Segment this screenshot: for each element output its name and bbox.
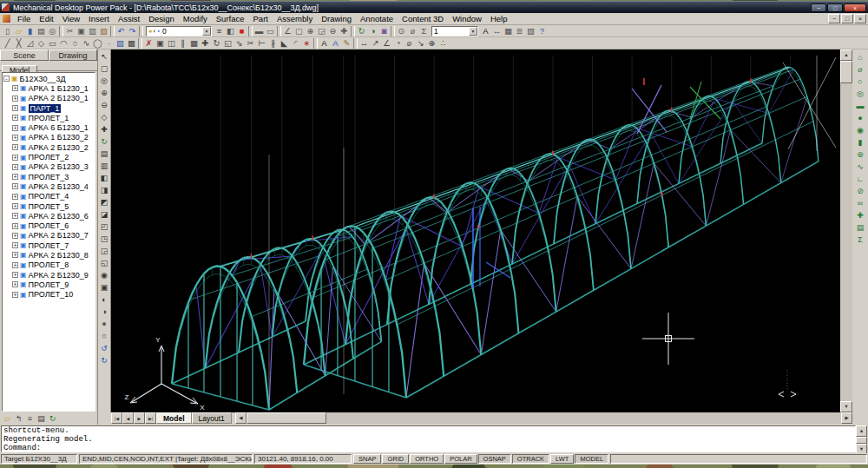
tree-item[interactable]: + ▣ ПРОЛЕТ_7 — [12, 241, 95, 250]
array-icon[interactable]: ▦ — [188, 37, 200, 49]
screw-library-icon[interactable]: ⌀ — [855, 63, 866, 76]
status-toggle[interactable]: OTRACK — [512, 454, 549, 464]
tree-expander[interactable]: - — [3, 76, 10, 82]
content-home-icon[interactable]: ⌂ — [855, 51, 866, 63]
view-top-icon[interactable]: ▤ — [99, 148, 110, 160]
fastener-calc-icon[interactable]: ✚ — [855, 209, 866, 221]
tree-expander[interactable]: + — [12, 252, 18, 258]
shaft-generator-icon[interactable]: ▮ — [855, 136, 866, 148]
polygon-icon[interactable]: ◇ — [36, 37, 47, 49]
separator[interactable] — [351, 26, 355, 36]
menu-item[interactable]: Insert — [84, 14, 114, 23]
scrollbar-thumb[interactable] — [840, 61, 852, 83]
tree-expander[interactable]: + — [12, 144, 18, 150]
tree-item[interactable]: + ▣ АРКА 2 Б1230_1 — [12, 94, 95, 103]
redraw-icon[interactable]: ↺ — [99, 342, 110, 354]
washer-library-icon[interactable]: ◎ — [855, 88, 866, 100]
menu-item[interactable]: Annotate — [356, 14, 398, 23]
scrollbar-thumb[interactable] — [856, 437, 867, 444]
dim-radius-icon[interactable]: ◔ — [392, 37, 404, 49]
horizontal-scrollbar[interactable]: ◀ ▶ — [235, 412, 852, 424]
undo-icon[interactable]: ↶ — [115, 25, 127, 36]
drawing-icon[interactable] — [3, 15, 10, 23]
scrollbar-track[interactable] — [326, 412, 841, 424]
tree-expander[interactable]: + — [12, 203, 18, 209]
hatch-icon[interactable]: ▨ — [115, 37, 126, 49]
help-icon[interactable]: ? — [536, 25, 548, 36]
separator[interactable] — [248, 26, 253, 36]
next-tab-button[interactable]: ▶ — [134, 412, 145, 424]
separator[interactable] — [353, 38, 358, 49]
fillet-icon[interactable]: ◜ — [290, 37, 301, 49]
tree-item[interactable]: + ▣ АРКА 6 Б1230_1 — [12, 122, 95, 132]
view-se-iso-icon[interactable]: ◳ — [99, 233, 110, 245]
spline-icon[interactable]: ∿ — [81, 37, 92, 49]
polyline-icon[interactable]: ◿ — [24, 37, 36, 49]
tree-item[interactable]: + ▣ АРКА 1 Б1230_1 — [12, 83, 95, 93]
tree-item[interactable]: + ▣ ПРОЛЕТ_8 — [12, 260, 95, 270]
menu-item[interactable]: Surface — [212, 14, 249, 23]
browser-tab[interactable]: Scene — [0, 49, 49, 61]
rotate-icon[interactable]: ↻ — [211, 37, 222, 49]
table-icon[interactable]: ▦ — [503, 25, 514, 36]
center-mark-icon[interactable]: ∴ — [437, 37, 449, 49]
status-toggle[interactable]: SNAP — [353, 454, 381, 464]
menu-item[interactable]: Help — [486, 14, 512, 23]
osnap-settings-icon[interactable]: ⊙ — [396, 25, 407, 36]
text-icon[interactable]: A — [319, 37, 330, 49]
status-toggle[interactable]: OSNAP — [478, 454, 511, 464]
style-combo[interactable]: 1 ▼ — [431, 26, 478, 36]
menu-item[interactable]: View — [58, 14, 84, 23]
zoom-previous-icon[interactable]: ⊖ — [327, 25, 339, 36]
dim-angular-icon[interactable]: ∠ — [381, 37, 392, 49]
view-ne-iso-icon[interactable]: ◲ — [99, 245, 110, 257]
tree-expander[interactable]: + — [12, 183, 18, 189]
last-tab-button[interactable]: ▶| — [145, 412, 156, 424]
match-properties-icon[interactable]: ▨ — [98, 25, 109, 36]
bearing-library-icon[interactable]: ◉ — [855, 124, 866, 136]
tree-expander[interactable]: + — [12, 164, 18, 170]
tree-expander[interactable]: + — [12, 272, 18, 278]
zoom-in-icon[interactable]: ⊕ — [99, 87, 110, 99]
extend-icon[interactable]: ⊢ — [256, 37, 267, 49]
menu-item[interactable]: Design — [144, 14, 179, 23]
lineweight-icon[interactable]: ▭ — [265, 25, 276, 36]
move-icon[interactable]: ✚ — [200, 37, 211, 49]
tree-expander[interactable]: + — [12, 194, 18, 200]
nut-library-icon[interactable]: ○ — [855, 76, 866, 88]
menu-item[interactable]: File — [13, 14, 35, 23]
open-icon[interactable]: ▱ — [13, 25, 24, 36]
calculator-icon[interactable]: Σ — [418, 25, 430, 36]
tree-item[interactable]: + ▣ АРКА 2 Б1230_4 — [12, 181, 95, 191]
menu-item[interactable]: Modify — [179, 14, 212, 23]
region-icon[interactable]: ▩ — [126, 37, 137, 49]
menu-item[interactable]: Edit — [35, 14, 57, 23]
browser-refresh-icon[interactable]: ↻ — [47, 412, 58, 424]
prev-tab-button[interactable]: ◀ — [122, 412, 134, 424]
print-preview-icon[interactable]: ◎ — [47, 25, 58, 36]
spring-generator-icon[interactable]: ∿ — [855, 161, 866, 173]
part-library-icon[interactable]: ▤ — [855, 221, 866, 234]
tree-item[interactable]: + ▣ АРКА 2 Б1230_9 — [12, 270, 95, 280]
engineering-calc-icon[interactable]: Σ — [855, 234, 866, 246]
tree-expander[interactable]: + — [12, 262, 18, 268]
scroll-up-button[interactable]: ▲ — [856, 425, 867, 437]
hole-chart-icon[interactable]: ⊘ — [855, 185, 866, 197]
copy-object-icon[interactable]: ▣ — [155, 37, 166, 49]
tree-expander[interactable]: + — [12, 155, 18, 161]
pan-icon[interactable]: ✚ — [99, 123, 110, 135]
menu-item[interactable]: Assembly — [273, 14, 317, 23]
named-views-icon[interactable]: ▣ — [99, 281, 110, 293]
tree-item[interactable]: + ▣ ПРОЛЕТ_5 — [12, 201, 95, 211]
view-back-icon[interactable]: ◪ — [99, 208, 110, 221]
minimize-button[interactable]: − — [811, 3, 826, 12]
browser-up-icon[interactable]: ↰ — [13, 412, 24, 424]
drawing-canvas[interactable]: YXZ — [111, 49, 840, 412]
sheet-set-icon[interactable]: ▧ — [525, 25, 536, 36]
tree-item[interactable]: + ▣ АРКА 2 Б1230_3 — [12, 162, 95, 172]
tree-expander[interactable]: + — [12, 223, 18, 229]
tree-expander[interactable]: + — [12, 85, 18, 91]
mirror-icon[interactable]: ◫ — [166, 37, 177, 49]
layout-tab[interactable]: Layout1 — [192, 412, 232, 424]
browser-list-icon[interactable]: ≡ — [24, 412, 36, 424]
